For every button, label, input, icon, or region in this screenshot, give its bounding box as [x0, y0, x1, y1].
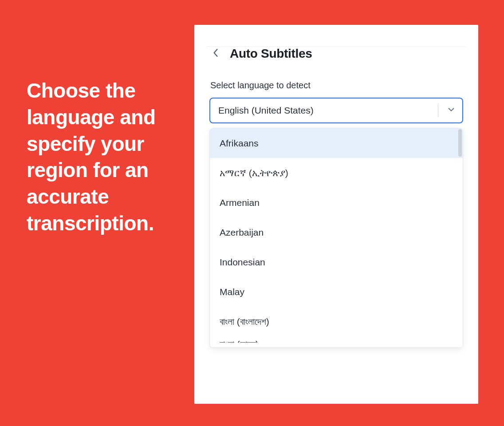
language-select[interactable]: English (United States) — [209, 98, 463, 123]
language-field-label: Select language to detect — [207, 74, 466, 98]
select-caret[interactable] — [440, 99, 462, 122]
language-option[interactable]: Afrikaans — [210, 128, 463, 158]
language-option-partial-label: বাংলা (ভারত) — [210, 336, 463, 343]
back-button[interactable] — [209, 47, 222, 60]
panel-title: Auto Subtitles — [230, 47, 312, 61]
settings-panel: Auto Subtitles Select language to detect… — [194, 25, 478, 404]
panel-body: Auto Subtitles Select language to detect… — [207, 47, 466, 348]
language-select-wrap: English (United States) — [207, 98, 466, 123]
panel-header: Auto Subtitles — [207, 47, 466, 74]
app-surface: Auto Subtitles Select language to detect… — [207, 46, 466, 348]
chevron-left-icon — [213, 48, 218, 59]
language-dropdown: Afrikaans አማርኛ (ኢትዮጵያ) Armenian Azerbaij… — [209, 128, 463, 348]
select-divider — [438, 104, 438, 117]
language-option[interactable]: Malay — [210, 277, 463, 307]
language-dropdown-list: Afrikaans አማርኛ (ኢትዮጵያ) Armenian Azerbaij… — [210, 128, 463, 348]
language-select-value: English (United States) — [218, 105, 438, 116]
chevron-down-icon — [447, 106, 455, 115]
language-option[interactable]: Armenian — [210, 188, 463, 217]
language-option[interactable]: አማርኛ (ኢትዮጵያ) — [210, 158, 463, 188]
language-option[interactable]: বাংলা (বাংলাদেশ) — [210, 307, 463, 336]
language-option[interactable]: Azerbaijan — [210, 217, 463, 247]
language-option-partial[interactable]: বাংলা (ভারত) — [210, 336, 463, 348]
dropdown-scrollbar-thumb[interactable] — [458, 129, 462, 157]
language-option[interactable]: Indonesian — [210, 247, 463, 277]
promo-headline: Choose the language and specify your reg… — [27, 78, 191, 237]
